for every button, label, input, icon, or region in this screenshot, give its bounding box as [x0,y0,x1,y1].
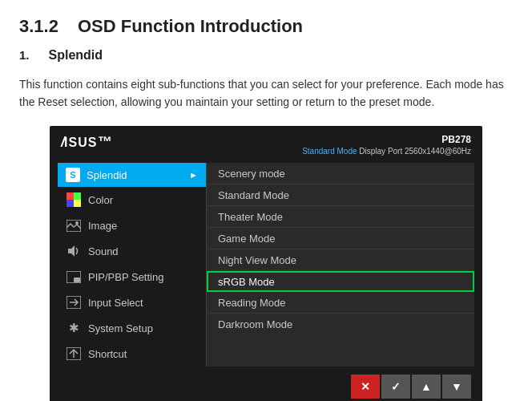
asus-logo: /ISUS™ [61,134,111,151]
menu-item-system[interactable]: ✱ System Setup [58,315,206,341]
color-icon [66,192,82,208]
status-standard: Standard Mode [302,147,357,156]
menu-item-color[interactable]: Color [58,187,206,213]
status-rest: Display Port 2560x1440@60Hz [359,147,471,156]
confirm-button[interactable]: ✓ [381,375,410,399]
menu-container: S Splendid ► Color Image [58,163,474,367]
menu-label-splendid: Splendid [87,169,183,181]
image-icon [66,217,82,233]
input-icon [66,294,82,310]
up-button[interactable]: ▲ [412,375,441,399]
monitor-info: PB278 Standard Mode Display Port 2560x14… [302,134,471,157]
right-menu: Scenery mode Standard Mode Theater Mode … [206,163,474,367]
menu-label-input: Input Select [88,297,198,309]
sub-item-standard[interactable]: Standard Mode [207,184,474,206]
monitor-ui: /ISUS™ PB278 Standard Mode Display Port … [50,126,482,401]
section-number: 3.1.2 [19,16,58,37]
svg-rect-2 [66,200,74,207]
menu-item-sound[interactable]: Sound [58,238,206,264]
subsection-number: 1. [19,48,30,62]
arrow-icon: ► [189,170,198,180]
menu-item-pip[interactable]: PIP/PBP Setting [58,264,206,290]
menu-label-image: Image [88,220,198,232]
menu-label-shortcut: Shortcut [88,348,198,360]
sub-item-darkroom[interactable]: Darkroom Mode [207,314,474,334]
left-menu: S Splendid ► Color Image [58,163,206,367]
shortcut-icon [66,346,82,362]
svg-point-5 [75,221,79,225]
subsection-title: Splendid [49,48,103,63]
section-title: 3.1.2 OSD Function Introduction [19,16,513,37]
menu-item-image[interactable]: Image [58,213,206,238]
sub-item-scenery[interactable]: Scenery mode [207,163,474,184]
description-text: This function contains eight sub-functio… [19,75,513,111]
monitor-model: PB278 [302,134,471,147]
section-heading: OSD Function Introduction [78,16,303,37]
pip-icon [66,269,82,285]
splendid-icon: S [66,168,80,182]
svg-rect-1 [74,192,81,200]
menu-label-system: System Setup [88,322,198,334]
sub-item-reading[interactable]: Reading Mode [207,292,474,314]
svg-rect-8 [74,277,80,282]
menu-item-shortcut[interactable]: Shortcut [58,341,206,367]
bottom-buttons: ✕ ✓ ▲ ▼ [58,375,474,399]
sub-item-nightview[interactable]: Night View Mode [207,249,474,271]
menu-label-sound: Sound [88,245,198,257]
down-button[interactable]: ▼ [442,375,471,399]
svg-rect-0 [66,192,74,200]
svg-marker-6 [68,245,75,257]
sub-item-srgb[interactable]: sRGB Mode [207,271,474,292]
cancel-button[interactable]: ✕ [351,375,380,399]
sub-item-theater[interactable]: Theater Mode [207,206,474,228]
menu-label-pip: PIP/PBP Setting [88,271,198,283]
menu-item-splendid[interactable]: S Splendid ► [58,163,206,187]
menu-label-color: Color [88,194,198,206]
sound-icon [66,243,82,259]
menu-item-input[interactable]: Input Select [58,290,206,315]
svg-rect-3 [74,200,81,207]
system-icon: ✱ [66,320,82,336]
monitor-header: /ISUS™ PB278 Standard Mode Display Port … [58,134,474,157]
monitor-status: Standard Mode Display Port 2560x1440@60H… [302,146,471,156]
sub-item-game[interactable]: Game Mode [207,228,474,249]
